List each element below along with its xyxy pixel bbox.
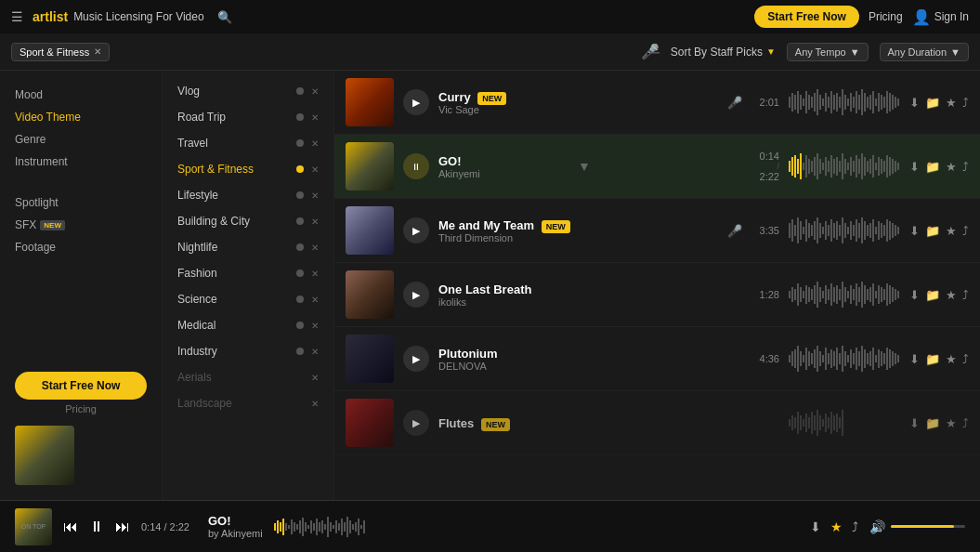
share-button-curry[interactable]: ⤴ [962,96,969,110]
svg-rect-79 [897,163,899,170]
svg-rect-105 [858,223,860,238]
player-next-button[interactable]: ⏭ [115,519,130,535]
start-free-sidebar-button[interactable]: Start Free Now [15,372,147,400]
star-button-team[interactable]: ★ [946,224,957,238]
track-thumbnail-go [346,142,394,191]
genre-item-industry[interactable]: Industry ✕ [163,338,333,364]
genre-item-nightlife[interactable]: Nightlife ✕ [163,234,333,260]
svg-rect-160 [789,355,791,362]
svg-rect-227 [294,522,295,532]
player-prev-button[interactable]: ⏮ [63,519,78,535]
active-filter-tag[interactable]: Sport & Fitness ✕ [11,43,110,61]
svg-rect-235 [316,519,318,535]
svg-rect-221 [277,520,279,533]
sidebar-item-spotlight[interactable]: Spotlight [15,193,147,212]
genre-item-landscape[interactable]: Landscape ✕ [163,390,333,416]
svg-rect-151 [875,291,877,298]
player-download-button[interactable]: ⬇ [810,519,821,534]
player-pause-button[interactable]: ⏸ [89,519,104,535]
genre-item-travel[interactable]: Travel ✕ [163,130,333,156]
filter-close-icon[interactable]: ✕ [94,46,101,57]
track-row[interactable]: ⏸ GO! Akinyemi ▼ 0:14 / 2:22 ⬇ 📁 [334,135,980,199]
playlist-button-team[interactable]: 📁 [925,224,940,238]
genre-item-fashion[interactable]: Fashion ✕ [163,260,333,286]
track-mic-icon-team: 🎤 [727,224,742,238]
sidebar-item-footage[interactable]: Footage [15,238,147,256]
start-free-nav-button[interactable]: Start Free Now [754,6,859,28]
playlist-button-go[interactable]: 📁 [925,160,940,174]
svg-rect-2 [794,95,796,110]
share-button-go[interactable]: ⤴ [962,160,969,174]
track-play-button-team[interactable]: ▶ [403,217,429,243]
svg-rect-3 [797,91,799,113]
genre-item-sport-fitness[interactable]: Sport & Fitness ✕ [163,156,333,182]
svg-rect-112 [878,221,880,240]
sidebar-item-instrument[interactable]: Instrument [15,152,147,171]
svg-rect-31 [875,99,877,106]
track-row[interactable]: ▶ One Last Breath ikoliks 1:28 ⬇ 📁 ★ ⤴ [334,263,980,327]
sidebar-item-mood[interactable]: Mood [15,85,147,104]
star-button-plutonium[interactable]: ★ [946,352,957,366]
tempo-filter-button[interactable]: Any Tempo ▼ [787,43,869,61]
volume-bar[interactable] [891,525,965,528]
track-duration-team: 3:35 [751,225,779,236]
download-button-flutes[interactable]: ⬇ [909,416,920,430]
playlist-button-curry[interactable]: 📁 [925,96,940,110]
track-play-button-curry[interactable]: ▶ [403,89,429,115]
hamburger-icon[interactable]: ☰ [11,9,23,24]
star-button-curry[interactable]: ★ [946,96,957,110]
star-button-go[interactable]: ★ [946,160,957,174]
track-play-button-flutes[interactable]: ▶ [403,410,429,436]
track-info-flutes: Flutes NEW [438,416,568,430]
download-button-breath[interactable]: ⬇ [909,288,920,302]
genre-item-lifestyle[interactable]: Lifestyle ✕ [163,182,333,208]
star-button-flutes[interactable]: ★ [946,416,957,430]
track-play-button-breath[interactable]: ▶ [403,282,429,308]
playlist-button-flutes[interactable]: 📁 [925,416,940,430]
svg-rect-215 [830,412,832,434]
sidebar-item-genre[interactable]: Genre [15,130,147,149]
track-row[interactable]: ▶ Curry NEW Vic Sage 🎤 2:01 ⬇ 📁 ★ ⤴ [334,71,980,135]
playlist-button-plutonium[interactable]: 📁 [925,352,940,366]
svg-rect-111 [875,227,877,234]
player-share-button[interactable]: ⤴ [852,519,858,534]
track-play-button-plutonium[interactable]: ▶ [403,346,429,372]
no-vocal-icon[interactable]: 🎤̶ [641,43,660,60]
download-button-team[interactable]: ⬇ [909,224,920,238]
pricing-sidebar-link[interactable]: Pricing [15,403,147,414]
player-star-button[interactable]: ★ [830,519,843,534]
track-row[interactable]: ▶ Flutes NEW ⬇ 📁 ★ ⤴ [334,391,980,455]
track-dropdown-go[interactable]: ▼ [578,159,591,174]
player-waveform[interactable] [274,514,367,540]
sign-in-button[interactable]: 👤 Sign In [912,8,969,26]
sidebar-item-video-theme[interactable]: Video Theme [15,108,147,126]
sidebar-item-sfx[interactable]: SFX NEW [15,216,147,234]
genre-item-building-city[interactable]: Building & City ✕ [163,208,333,234]
track-pause-button-go[interactable]: ⏸ [403,153,429,179]
svg-rect-157 [892,287,894,302]
share-button-breath[interactable]: ⤴ [962,288,969,302]
download-button-go[interactable]: ⬇ [909,160,920,174]
download-button-curry[interactable]: ⬇ [909,96,920,110]
track-row[interactable]: ▶ Me and My Team NEW Third Dimension 🎤 3… [334,199,980,263]
brand-subtitle: Music Licensing For Video [73,10,204,23]
genre-item-aerials[interactable]: Aerials ✕ [163,364,333,390]
star-button-breath[interactable]: ★ [946,288,957,302]
search-icon[interactable]: 🔍 [217,10,232,24]
download-button-plutonium[interactable]: ⬇ [909,352,920,366]
svg-rect-196 [889,349,891,368]
genre-item-road-trip[interactable]: Road Trip ✕ [163,104,333,130]
share-button-flutes[interactable]: ⤴ [962,416,969,430]
share-button-plutonium[interactable]: ⤴ [962,352,969,366]
genre-item-medical[interactable]: Medical ✕ [163,312,333,338]
duration-filter-button[interactable]: Any Duration ▼ [880,43,969,61]
pricing-nav-link[interactable]: Pricing [869,10,903,23]
genre-item-vlog[interactable]: Vlog ✕ [163,78,333,104]
svg-rect-250 [358,519,359,535]
playlist-button-breath[interactable]: 📁 [925,288,940,302]
genre-item-science[interactable]: Science ✕ [163,286,333,312]
share-button-team[interactable]: ⤴ [962,224,969,238]
sort-button[interactable]: Sort By Staff Picks ▼ [671,46,776,59]
svg-rect-161 [791,351,793,366]
track-row[interactable]: ▶ Plutonium DELNOVA 4:36 ⬇ 📁 ★ ⤴ [334,327,980,391]
